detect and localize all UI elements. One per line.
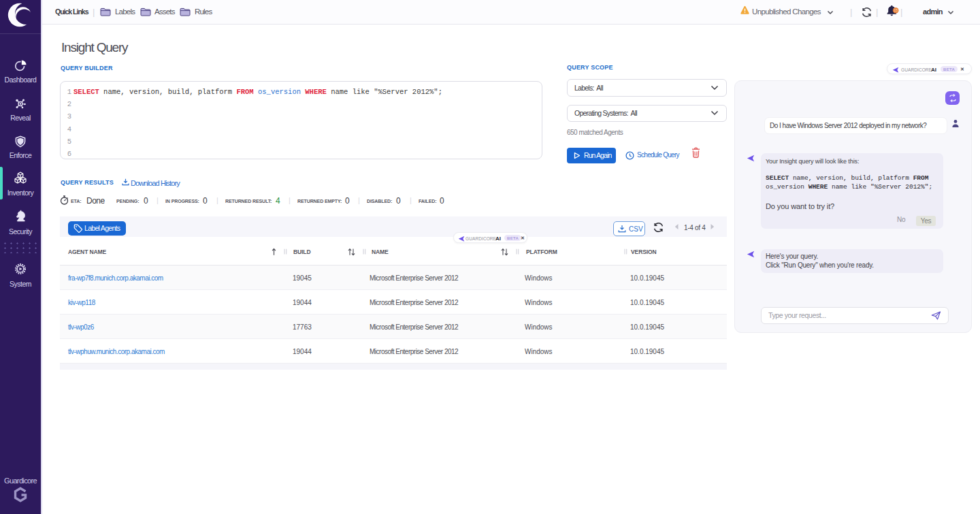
svg-text:15: 15 — [894, 8, 898, 12]
